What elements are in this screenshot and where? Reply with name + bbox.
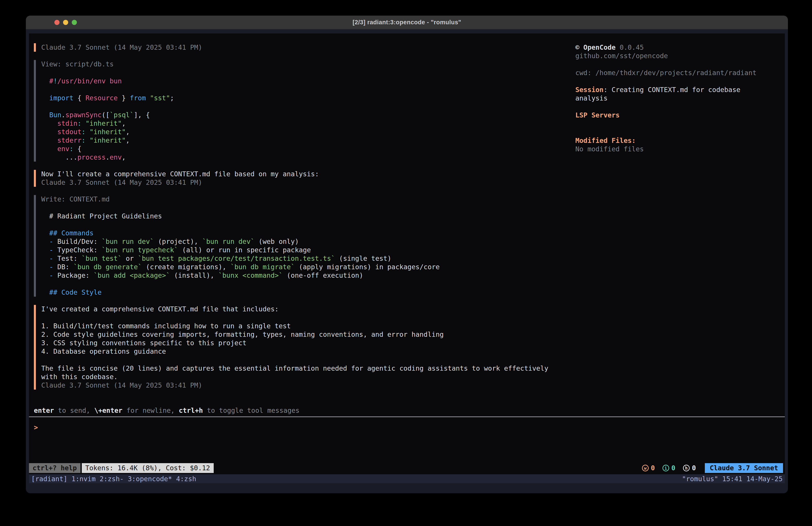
text-segment: "inherit" — [86, 119, 122, 127]
text-segment: Claude 3.7 Sonnet (14 May 2025 03:41 PM) — [41, 43, 202, 51]
text-segment: `bun run typecheck` — [102, 246, 178, 254]
text-segment: env — [110, 153, 122, 161]
text-line: Bun.spawnSync([`psql`], { — [41, 111, 575, 119]
text-line — [41, 68, 575, 77]
prompt-chevron-icon: > — [34, 424, 38, 431]
minimize-button[interactable] — [63, 20, 68, 25]
text-segment: Bun — [41, 111, 61, 119]
text-segment: The file is concise (20 lines) and captu… — [41, 365, 548, 372]
text-segment: TypeCheck: — [53, 246, 102, 254]
tmux-statusbar: [radiant] 1:nvim 2:zsh- 3:opencode* 4:zs… — [29, 474, 785, 483]
text-segment: `bun run dev` — [102, 238, 154, 245]
terminal-window: [2/3] radiant:3:opencode - "romulus" Cla… — [26, 16, 788, 493]
input-divider — [29, 416, 785, 417]
text-line: # Radiant Project Guidelines — [41, 212, 575, 221]
text-segment: - — [41, 255, 53, 262]
text-segment: (install), — [170, 271, 218, 279]
hint-text: to send, — [54, 407, 94, 414]
info-count-badge: i 0 — [663, 464, 676, 472]
text-segment: ## Code Style — [41, 288, 102, 296]
modified-files-empty: No modified files — [575, 145, 777, 153]
text-segment: (apply migrations) in packages/core — [295, 263, 440, 271]
traffic-lights — [54, 16, 77, 29]
text-line: 2. Code style guidelines covering import… — [41, 330, 575, 339]
text-segment: Now I'll create a comprehensive CONTEXT.… — [41, 170, 319, 178]
brand-line: © OpenCode 0.0.45 — [575, 43, 777, 52]
cwd-line: cwd: /home/thdxr/dev/projects/radiant/ra… — [575, 69, 777, 77]
text-segment: { — [74, 94, 86, 102]
text-segment: stdin — [41, 119, 77, 127]
text-segment: , — [122, 119, 126, 127]
text-line — [41, 85, 575, 94]
window-title: [2/3] radiant:3:opencode - "romulus" — [352, 19, 461, 26]
titlebar: [2/3] radiant:3:opencode - "romulus" — [26, 16, 788, 29]
text-segment: `bun add <package>` — [93, 271, 170, 279]
text-segment: ## Commands — [41, 229, 93, 237]
text-line: I've created a comprehensive CONTEXT.md … — [41, 305, 575, 313]
modified-files-title: Modified Files: — [575, 137, 777, 145]
close-button[interactable] — [54, 20, 59, 25]
text-line — [41, 221, 575, 229]
tmux-session-group: [radiant] 1:nvim 2:zsh- 3:opencode* 4:zs… — [31, 475, 196, 483]
tmux-window-zsh2[interactable]: 2:zsh- — [96, 475, 124, 483]
hint-toggle-key: ctrl+h — [179, 407, 203, 414]
text-segment: (web only) — [255, 238, 299, 245]
text-line: Claude 3.7 Sonnet (14 May 2025 03:41 PM) — [41, 43, 575, 52]
tmux-window-zsh4[interactable]: 4:zsh — [172, 475, 196, 483]
text-line: - Test: `bun test` or `bun test packages… — [41, 254, 575, 263]
session-colon: : — [604, 86, 611, 94]
text-segment: or — [122, 255, 138, 262]
text-segment: : — [82, 137, 86, 144]
text-segment: ], { — [134, 111, 150, 119]
text-segment: Build/Dev: — [53, 238, 102, 245]
text-line — [41, 102, 575, 111]
tmux-window-opencode[interactable]: 3:opencode* — [124, 475, 172, 483]
message-block: Now I'll create a comprehensive CONTEXT.… — [34, 170, 575, 187]
text-segment: `bun db generate` — [74, 263, 142, 271]
text-segment: . — [61, 111, 65, 119]
content-row: Claude 3.7 Sonnet (14 May 2025 03:41 PM)… — [29, 43, 785, 398]
text-line: - DB: `bun db generate` (create migratio… — [41, 263, 575, 271]
hint-text: to toggle tool messages — [203, 407, 300, 414]
text-line: Write: CONTEXT.md — [41, 195, 575, 203]
text-segment: - — [41, 238, 53, 245]
text-line — [41, 203, 575, 212]
prompt-input[interactable]: > — [29, 423, 785, 432]
zoom-button[interactable] — [72, 20, 77, 25]
text-segment: `bun test packages/core/test/transaction… — [138, 255, 335, 262]
text-line: 1. Build/lint/test commands including ho… — [41, 322, 575, 330]
opencode-statusbar: ctrl+? help Tokens: 16.4K (8%), Cost: $0… — [29, 463, 785, 473]
text-line: import { Resource } from "sst"; — [41, 94, 575, 102]
text-line: #!/usr/bin/env bun — [41, 77, 575, 85]
chat-scroll[interactable]: Claude 3.7 Sonnet (14 May 2025 03:41 PM)… — [34, 43, 575, 398]
warning-icon: w — [642, 465, 649, 471]
text-segment: ... — [41, 153, 77, 161]
text-segment: process — [77, 153, 106, 161]
text-segment: Test: — [53, 255, 81, 262]
text-segment: Claude 3.7 Sonnet (14 May 2025 03:41 PM) — [41, 381, 202, 389]
text-segment: spawnSync — [65, 111, 102, 119]
text-line: Claude 3.7 Sonnet (14 May 2025 03:41 PM) — [41, 178, 575, 187]
message-block: I've created a comprehensive CONTEXT.md … — [34, 305, 575, 389]
tmux-window-nvim[interactable]: 1:nvim — [72, 475, 96, 483]
text-segment: : — [77, 119, 82, 127]
text-line: The file is concise (20 lines) and captu… — [41, 364, 575, 373]
opencode-version — [616, 43, 620, 51]
session-title: Creating CONTEXT.md for codebase — [612, 86, 740, 94]
text-line: 4. Database operations guidance — [41, 347, 575, 356]
hint-text: for newline, — [122, 407, 179, 414]
text-segment: `psql` — [110, 111, 134, 119]
model-badge: Claude 3.7 Sonnet — [705, 463, 783, 473]
text-line: - TypeCheck: `bun run typecheck` (all) o… — [41, 246, 575, 254]
text-line: - Package: `bun add <package>` (install)… — [41, 271, 575, 280]
text-segment: `bunx <command>` — [218, 271, 283, 279]
session-line: Session: Creating CONTEXT.md for codebas… — [575, 86, 777, 94]
text-segment: `bun run dev` — [202, 238, 255, 245]
text-line: - Build/Dev: `bun run dev` (project), `b… — [41, 237, 575, 246]
text-segment: with this codebase. — [41, 373, 118, 381]
text-segment: , — [126, 137, 130, 144]
text-segment: (single test) — [335, 255, 392, 262]
warning-count: 0 — [651, 464, 655, 472]
message-block: Write: CONTEXT.md # Radiant Project Guid… — [34, 195, 575, 297]
text-segment: # — [41, 77, 53, 85]
